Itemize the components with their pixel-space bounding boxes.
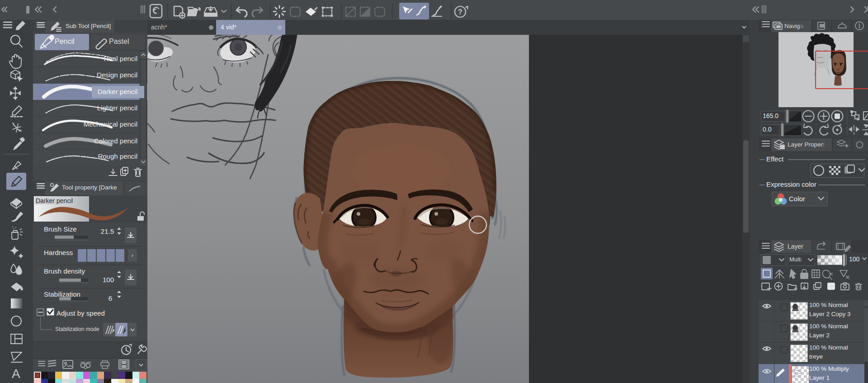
svg-text:A: A xyxy=(12,367,20,381)
svg-text:?: ? xyxy=(458,8,462,16)
